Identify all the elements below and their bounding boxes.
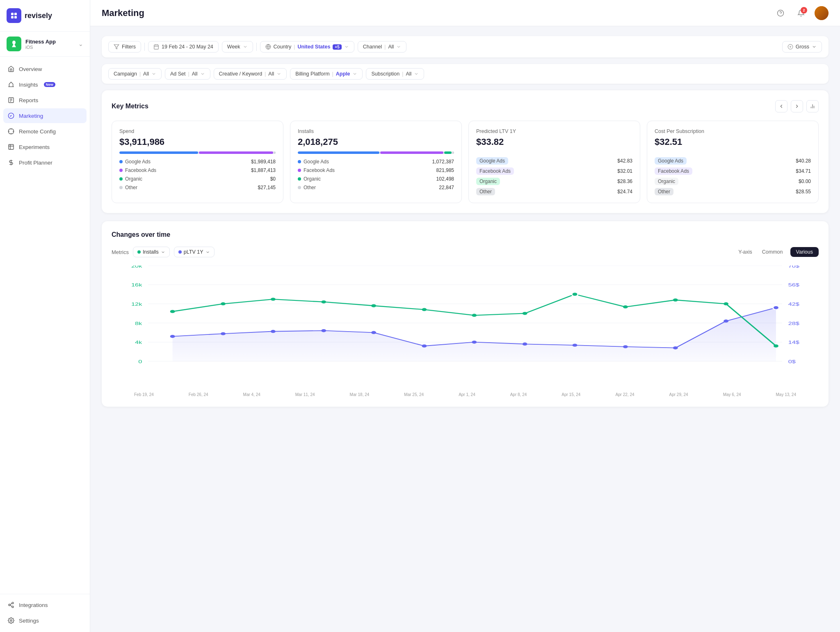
x-label: Mar 25, 24: [404, 392, 424, 397]
svg-point-70: [724, 302, 728, 305]
filter-icon: [114, 44, 119, 50]
period-button[interactable]: Week: [222, 41, 253, 53]
metric-rows: Google Ads 1,072,387 Facebook Ads 821,98…: [298, 159, 454, 190]
svg-point-56: [673, 346, 678, 349]
svg-point-53: [523, 343, 527, 346]
next-button[interactable]: [791, 100, 803, 112]
row-value: $0: [270, 176, 276, 182]
dot: [119, 160, 123, 163]
notifications-button[interactable]: 2: [794, 6, 808, 20]
remote-icon: [7, 128, 15, 135]
filters-label: Filters: [122, 44, 136, 50]
chevron-down-icon: [414, 71, 419, 76]
chevron-down-icon: [344, 44, 349, 49]
x-label: Mar 4, 24: [243, 392, 260, 397]
chevron-down-icon: [151, 71, 156, 76]
sidebar-item-overview[interactable]: Overview: [3, 62, 87, 76]
chevron-down-icon: [276, 71, 281, 76]
sidebar-label-remote: Remote Config: [19, 128, 56, 135]
row-tag: Other: [476, 188, 495, 195]
metrics-label: Metrics: [112, 249, 129, 255]
metric-label: Predicted LTV 1Y: [476, 128, 632, 134]
bar-segment: [452, 151, 454, 154]
creative-button[interactable]: Creative / Keyword | All: [214, 68, 287, 80]
app-icon: [7, 37, 21, 51]
bar-segment: [380, 151, 443, 154]
svg-point-10: [9, 604, 10, 606]
row-left: Other: [298, 185, 316, 190]
sidebar-item-integrations[interactable]: Integrations: [3, 598, 87, 612]
dot: [298, 169, 301, 172]
country-value: United States: [297, 44, 330, 50]
filters-button[interactable]: Filters: [108, 41, 141, 53]
channel-value: All: [388, 44, 394, 50]
pltv-dropdown[interactable]: pLTV 1Y: [174, 247, 215, 257]
campaign-button[interactable]: Campaign | All: [108, 68, 162, 80]
section-nav: [775, 100, 819, 112]
metric2-label: pLTV 1Y: [184, 249, 203, 255]
row-value: $1,989,418: [251, 159, 276, 165]
billing-button[interactable]: Billing Platform | Apple: [290, 68, 363, 80]
changes-header: Changes over time: [112, 231, 819, 238]
chart-toggle-button[interactable]: [806, 100, 819, 112]
sidebar-item-settings[interactable]: Settings: [3, 613, 87, 628]
avatar[interactable]: [815, 6, 829, 20]
metric-row: Facebook Ads $1,887,413: [119, 167, 276, 173]
svg-point-55: [623, 345, 628, 348]
svg-point-62: [321, 300, 326, 303]
app-selector[interactable]: Fitness App iOS ⌄: [0, 32, 90, 57]
common-button[interactable]: Common: [756, 247, 789, 257]
sidebar-item-experiments[interactable]: Experiments: [3, 140, 87, 154]
chevron-left-icon: [778, 103, 784, 109]
row-value: $27,145: [258, 185, 276, 190]
app-info: Fitness App iOS: [25, 39, 74, 50]
various-button[interactable]: Various: [790, 247, 819, 257]
sidebar-item-profit-planner[interactable]: Profit Planner: [3, 155, 87, 170]
gross-button[interactable]: Gross: [782, 41, 822, 53]
bottom-nav: Integrations Settings: [0, 594, 90, 632]
help-button[interactable]: [774, 6, 788, 20]
marketing-icon: [7, 112, 15, 119]
svg-rect-18: [154, 45, 159, 49]
x-label: Apr 15, 24: [562, 392, 580, 397]
svg-text:0$: 0$: [788, 360, 796, 364]
sidebar-item-reports[interactable]: Reports: [3, 93, 87, 108]
date-range-button[interactable]: 19 Feb 24 - 20 May 24: [148, 41, 219, 53]
metrics-grid: Spend $3,911,986 Google Ads $1,989,418 F…: [112, 121, 819, 203]
sidebar-label-experiments: Experiments: [19, 144, 50, 150]
row-value: $28.55: [796, 189, 811, 195]
row-value: 821,985: [436, 167, 454, 173]
row-tag: Facebook Ads: [476, 167, 514, 175]
channel-button[interactable]: Channel | All: [358, 41, 407, 53]
row-value: $24.74: [617, 189, 632, 195]
svg-point-58: [773, 306, 779, 309]
row-value: $32.01: [617, 168, 632, 174]
bar-segment: [444, 151, 452, 154]
adset-button[interactable]: Ad Set | All: [165, 68, 210, 80]
prev-button[interactable]: [775, 100, 788, 112]
row-tag: Facebook Ads: [655, 167, 692, 175]
creative-value: All: [268, 71, 274, 77]
x-label: Apr 29, 24: [669, 392, 688, 397]
country-button[interactable]: Country | United States +5: [260, 41, 354, 53]
metric-row: Google Ads $40.28: [655, 157, 811, 165]
chevron-down-icon: [352, 71, 357, 76]
subscription-button[interactable]: Subscription | All: [366, 68, 424, 80]
svg-text:56$: 56$: [788, 283, 800, 287]
metric-row: Other $27,145: [119, 185, 276, 190]
changes-title: Changes over time: [112, 231, 170, 238]
x-label: Apr 22, 24: [615, 392, 634, 397]
svg-rect-3: [14, 16, 17, 18]
sidebar-item-remote-config[interactable]: Remote Config: [3, 124, 87, 139]
bar-segment: [298, 151, 379, 154]
x-label: Mar 11, 24: [295, 392, 315, 397]
pltv-dot: [178, 250, 182, 254]
sidebar-label-settings: Settings: [19, 618, 39, 624]
sidebar-item-insights[interactable]: Insights New: [3, 77, 87, 92]
changes-section: Changes over time Metrics Installs pLTV …: [102, 221, 829, 407]
installs-dropdown[interactable]: Installs: [133, 247, 170, 257]
sidebar-item-marketing[interactable]: Marketing: [3, 108, 87, 123]
row-value: $42.83: [617, 158, 632, 164]
svg-text:8k: 8k: [135, 321, 142, 326]
row-value: $1,887,413: [251, 167, 276, 173]
